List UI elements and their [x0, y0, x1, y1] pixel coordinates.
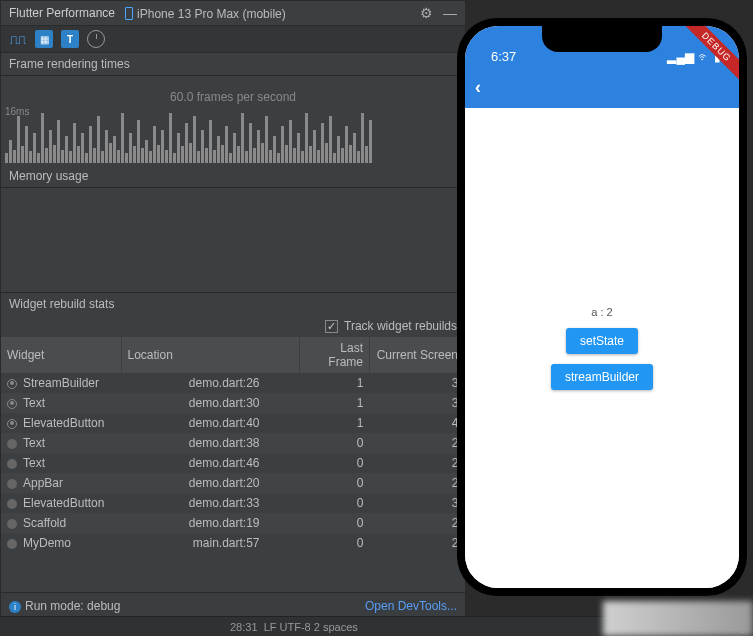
table-row[interactable]: Textdemo.dart:4602	[1, 453, 465, 473]
track-rebuilds-checkbox[interactable]: ✓	[325, 320, 338, 333]
streambuilder-button[interactable]: streamBuilder	[551, 364, 653, 390]
memory-chart	[1, 187, 465, 292]
back-icon[interactable]: ‹	[475, 77, 481, 98]
phone-icon	[125, 7, 133, 20]
table-row[interactable]: StreamBuilderdemo.dart:2613	[1, 373, 465, 393]
activity-dot	[7, 459, 17, 469]
activity-dot	[7, 479, 17, 489]
notch	[542, 26, 662, 52]
activity-dot	[7, 439, 17, 449]
panel-header: Flutter Performance iPhone 13 Pro Max (m…	[1, 1, 465, 26]
activity-dot	[7, 539, 17, 549]
activity-dot	[7, 519, 17, 529]
debug-paint-icon[interactable]: T	[61, 30, 79, 48]
activity-dot	[7, 379, 17, 389]
info-icon: i	[9, 601, 21, 613]
col-location[interactable]: Location	[121, 337, 300, 373]
setstate-button[interactable]: setState	[566, 328, 638, 354]
table-row[interactable]: Scaffolddemo.dart:1902	[1, 513, 465, 533]
activity-dot	[7, 399, 17, 409]
perf-toolbar: ⎍⎍ ▦ T	[1, 26, 465, 53]
table-row[interactable]: ElevatedButtondemo.dart:4014	[1, 413, 465, 433]
gear-icon[interactable]: ⚙	[420, 5, 433, 21]
track-rebuilds-label: Track widget rebuilds	[344, 319, 457, 333]
run-mode-label: Run mode: debug	[25, 599, 120, 613]
activity-dot	[7, 499, 17, 509]
rebuild-section: Widget rebuild stats ✓ Track widget rebu…	[1, 292, 465, 592]
minimize-icon[interactable]: —	[443, 5, 457, 21]
device-selector[interactable]: iPhone 13 Pro Max (mobile)	[125, 5, 286, 21]
table-row[interactable]: Textdemo.dart:3013	[1, 393, 465, 413]
frame-section-title: Frame rendering times	[1, 53, 465, 75]
status-cursor-pos: 28:31 LF UTF-8 2 spaces	[230, 621, 358, 633]
table-row[interactable]: MyDemomain.dart:5702	[1, 533, 465, 553]
frame-chart: 60.0 frames per second 16ms	[1, 75, 465, 165]
open-devtools-link[interactable]: Open DevTools...	[365, 599, 457, 613]
app-bar: ‹	[465, 66, 739, 108]
signal-icon: ▂▄▆	[667, 50, 694, 64]
panel-title: Flutter Performance	[9, 6, 115, 20]
table-row[interactable]: Textdemo.dart:3802	[1, 433, 465, 453]
col-widget[interactable]: Widget	[1, 337, 121, 373]
phone-time: 6:37	[491, 49, 516, 64]
memory-section-title: Memory usage	[1, 165, 465, 187]
perf-overlay-icon[interactable]: ⎍⎍	[9, 30, 27, 48]
col-lastframe[interactable]: Last Frame	[300, 337, 370, 373]
result-text: a : 2	[591, 306, 612, 318]
activity-dot	[7, 419, 17, 429]
flutter-performance-panel: Flutter Performance iPhone 13 Pro Max (m…	[0, 0, 466, 620]
rebuild-table: Widget Location Last Frame Current Scree…	[1, 337, 465, 553]
fps-label: 60.0 frames per second	[170, 90, 296, 104]
blurred-region	[603, 601, 753, 636]
panel-footer: iRun mode: debug Open DevTools...	[1, 592, 465, 619]
iphone-simulator: DEBUG 6:37 ▂▄▆ ᯤ ▮ ‹ a : 2 setState stre…	[457, 18, 747, 596]
table-row[interactable]: ElevatedButtondemo.dart:3303	[1, 493, 465, 513]
col-current[interactable]: Current Screen	[370, 337, 465, 373]
table-row[interactable]: AppBardemo.dart:2002	[1, 473, 465, 493]
slow-animations-icon[interactable]	[87, 30, 105, 48]
wifi-icon: ᯤ	[698, 50, 710, 64]
repaint-rainbow-icon[interactable]: ▦	[35, 30, 53, 48]
rebuild-title: Widget rebuild stats	[1, 293, 465, 315]
